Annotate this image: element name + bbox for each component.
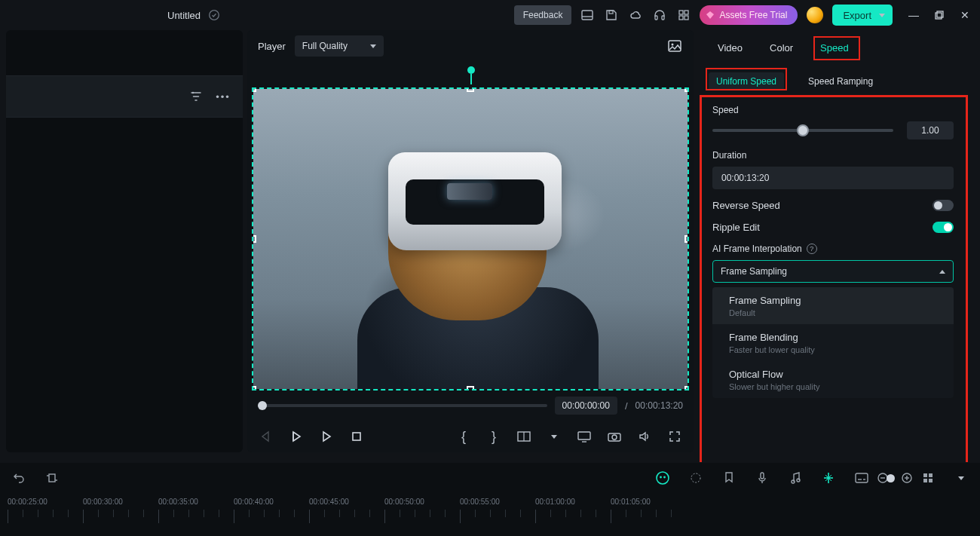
split-icon[interactable] — [820, 470, 837, 486]
caption-icon[interactable] — [853, 470, 870, 486]
media-panel: ••• — [6, 30, 243, 452]
ai-interp-selected: Frame Sampling — [721, 266, 787, 277]
play-pause-button[interactable] — [288, 428, 305, 445]
svg-rect-31 — [761, 473, 764, 479]
assets-trial-button[interactable]: Assets Free Trial — [700, 5, 798, 25]
filter-icon[interactable] — [188, 89, 204, 104]
inspector-tabs: Video Color Speed — [698, 30, 974, 65]
timeline: 00:00:25:0000:00:30:0000:00:35:0000:00:4… — [0, 462, 980, 536]
volume-icon[interactable] — [636, 428, 653, 445]
svg-point-30 — [691, 473, 700, 482]
svg-point-27 — [657, 472, 669, 484]
resize-handle[interactable] — [467, 386, 474, 391]
timeline-toolbar — [0, 463, 980, 493]
speed-slider-thumb[interactable] — [797, 124, 809, 136]
speed-slider[interactable] — [712, 129, 893, 132]
video-preview[interactable] — [252, 87, 689, 391]
export-label: Export — [843, 10, 871, 21]
resize-handle[interactable] — [252, 235, 256, 243]
music-icon[interactable] — [787, 470, 804, 486]
scrub-thumb[interactable] — [258, 401, 267, 410]
timeline-tick: 00:00:35:00 — [158, 498, 198, 506]
svg-rect-11 — [936, 13, 942, 19]
svg-point-29 — [663, 476, 666, 479]
help-icon[interactable]: ? — [807, 243, 817, 254]
ai-interp-option[interactable]: Optical FlowSlower but higher quality — [712, 361, 954, 398]
svg-rect-24 — [49, 474, 55, 482]
prev-frame-button[interactable] — [258, 428, 274, 445]
zoom-in-button[interactable] — [901, 472, 913, 484]
option-subtitle: Faster but lower quality — [729, 345, 937, 354]
camera-icon[interactable] — [606, 428, 623, 445]
mic-icon[interactable] — [754, 470, 770, 486]
resize-handle[interactable] — [684, 235, 689, 243]
mark-in-button[interactable]: { — [455, 428, 472, 445]
option-subtitle: Slower but higher quality — [729, 382, 937, 391]
marker-icon[interactable] — [721, 470, 737, 486]
video-frame — [253, 89, 688, 389]
svg-rect-20 — [578, 432, 590, 440]
stop-button[interactable] — [348, 428, 365, 445]
display-button[interactable] — [576, 428, 593, 445]
svg-point-33 — [797, 479, 800, 482]
window-minimize-button[interactable]: — — [908, 9, 920, 21]
resize-handle[interactable] — [467, 87, 474, 92]
mark-out-button[interactable]: } — [485, 428, 502, 445]
annotation-speed-tab — [813, 36, 860, 60]
speed-value[interactable]: 1.00 — [907, 121, 954, 139]
save-icon[interactable] — [605, 8, 618, 22]
crop-icon[interactable] — [44, 470, 60, 486]
ai-interp-option[interactable]: Frame BlendingFaster but lower quality — [712, 324, 954, 361]
assistant-icon[interactable] — [654, 470, 671, 486]
fullscreen-icon[interactable] — [666, 428, 683, 445]
svg-rect-9 — [684, 16, 688, 20]
ratio-chevron[interactable] — [546, 428, 562, 445]
apps-icon[interactable] — [677, 8, 691, 22]
option-title: Optical Flow — [729, 369, 937, 380]
scrub-bar[interactable] — [258, 404, 547, 407]
user-avatar[interactable] — [807, 7, 823, 23]
resize-handle[interactable] — [252, 386, 256, 391]
speed-label: Speed — [712, 105, 954, 115]
cloud-icon[interactable] — [629, 8, 642, 22]
ripple-edit-toggle[interactable] — [933, 222, 954, 233]
subtab-speed-ramping[interactable]: Speed Ramping — [801, 72, 880, 90]
duration-input[interactable]: 00:00:13:20 — [712, 167, 954, 189]
ai-interp-option[interactable]: Frame SamplingDefault — [712, 287, 954, 324]
more-icon[interactable]: ••• — [216, 89, 231, 104]
feedback-button[interactable]: Feedback — [514, 5, 572, 25]
svg-rect-6 — [679, 11, 683, 14]
timeline-tick: 00:00:30:00 — [83, 498, 123, 506]
reverse-speed-label: Reverse Speed — [712, 200, 780, 211]
ratio-button[interactable] — [516, 428, 532, 445]
effects-icon[interactable] — [688, 470, 704, 486]
timeline-tick: 00:00:50:00 — [384, 498, 424, 506]
resize-handle[interactable] — [684, 386, 689, 391]
svg-rect-8 — [679, 16, 683, 20]
quality-select[interactable]: Full Quality — [295, 35, 384, 57]
option-title: Frame Blending — [729, 332, 937, 343]
resize-handle[interactable] — [252, 87, 256, 92]
assets-trial-label: Assets Free Trial — [719, 10, 787, 20]
layout-icon[interactable] — [580, 8, 594, 22]
headphones-icon[interactable] — [653, 8, 666, 22]
undo-icon[interactable] — [11, 470, 27, 486]
window-close-button[interactable]: ✕ — [959, 9, 971, 21]
snapshot-icon[interactable] — [666, 38, 683, 54]
playhead-marker[interactable] — [467, 66, 475, 74]
svg-rect-38 — [856, 473, 868, 482]
play-button[interactable] — [318, 428, 335, 445]
timeline-tick: 00:01:00:00 — [535, 498, 575, 506]
reverse-speed-toggle[interactable] — [933, 200, 954, 211]
tab-video[interactable]: Video — [715, 38, 746, 58]
window-maximize-button[interactable] — [933, 9, 945, 21]
inspector-panel: Video Color Speed Uniform Speed Speed Ra… — [698, 30, 974, 452]
tab-color[interactable]: Color — [767, 38, 796, 58]
track-view-icon[interactable] — [920, 470, 936, 486]
track-view-chevron[interactable] — [953, 470, 969, 486]
resize-handle[interactable] — [684, 87, 689, 92]
ai-interpolation-select[interactable]: Frame Sampling — [712, 260, 954, 283]
export-button[interactable]: Export — [832, 5, 893, 26]
svg-point-15 — [672, 44, 674, 46]
timeline-ruler[interactable]: 00:00:25:0000:00:30:0000:00:35:0000:00:4… — [0, 493, 980, 526]
